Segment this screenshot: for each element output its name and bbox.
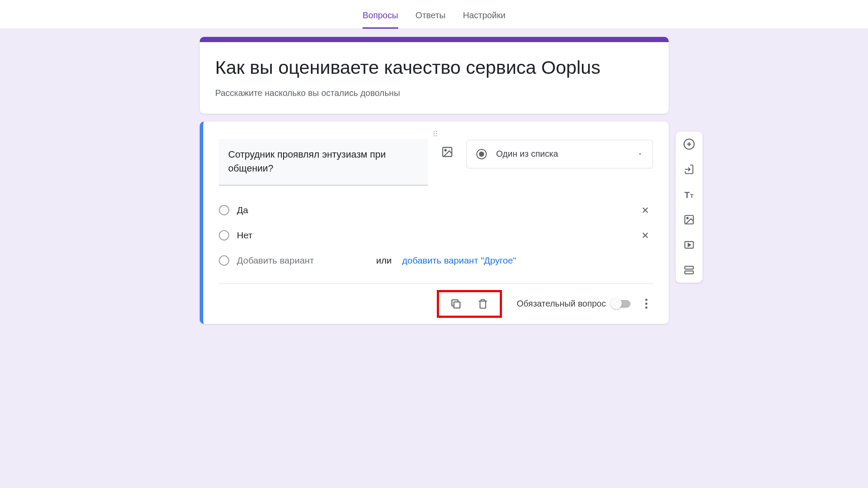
question-footer: Обязательный вопрос [219, 284, 653, 324]
option-label[interactable]: Да [237, 205, 630, 215]
form-title[interactable]: Как вы оцениваете качество сервиса Ooplu… [215, 56, 653, 79]
add-video-button[interactable] [683, 238, 696, 251]
trash-icon [477, 298, 488, 310]
required-label: Обязательный вопрос [517, 299, 606, 309]
svg-rect-10 [685, 271, 693, 274]
form-canvas: Как вы оцениваете качество сервиса Ooplu… [200, 37, 669, 341]
video-icon [683, 239, 695, 251]
image-icon [683, 214, 695, 225]
add-option-placeholder[interactable]: Добавить вариант [237, 255, 366, 266]
svg-point-7 [686, 218, 688, 219]
image-icon [441, 146, 453, 158]
tab-responses[interactable]: Ответы [416, 10, 446, 29]
drag-handle-icon[interactable]: ⠿ [219, 132, 653, 139]
radio-icon [219, 230, 229, 241]
radio-icon [476, 149, 487, 159]
or-separator: или [376, 255, 392, 266]
add-image-button[interactable] [439, 143, 456, 161]
add-image-tool-button[interactable] [683, 213, 696, 226]
option-label[interactable]: Нет [237, 230, 630, 241]
option-row: Да [219, 198, 653, 223]
highlight-annotation [437, 290, 502, 318]
question-text[interactable]: Сотрудник проявлял энтузиазм при общении… [228, 148, 419, 175]
chevron-down-icon [637, 151, 643, 157]
remove-option-button[interactable] [637, 228, 653, 243]
question-type-select[interactable]: Один из списка [466, 140, 653, 168]
question-text-field[interactable]: Сотрудник проявлял энтузиазм при общении… [219, 139, 428, 185]
radio-icon [219, 255, 229, 266]
add-other-link[interactable]: добавить вариант "Другое" [402, 255, 516, 266]
svg-rect-2 [454, 302, 460, 308]
svg-rect-9 [685, 266, 693, 269]
options-list: Да Нет Добавить вариант или добавить вар… [219, 198, 653, 273]
tabs-bar: Вопросы Ответы Настройки [0, 0, 868, 29]
question-card: ⠿ Сотрудник проявлял энтузиазм при общен… [200, 122, 669, 324]
close-icon [640, 231, 650, 240]
tab-questions[interactable]: Вопросы [363, 10, 398, 29]
duplicate-button[interactable] [449, 297, 463, 311]
radio-icon [219, 205, 229, 215]
question-type-label: Один из списка [496, 149, 627, 159]
delete-button[interactable] [475, 297, 490, 311]
remove-option-button[interactable] [637, 202, 653, 218]
add-title-button[interactable]: TT [683, 188, 696, 201]
svg-text:T: T [690, 193, 693, 199]
plus-circle-icon [683, 138, 695, 150]
tab-settings[interactable]: Настройки [463, 10, 505, 29]
import-icon [683, 164, 695, 175]
duplicate-icon [450, 298, 462, 310]
add-option-row: Добавить вариант или добавить вариант "Д… [219, 248, 653, 273]
form-description[interactable]: Расскажите насколько вы остались довольн… [215, 88, 653, 98]
import-questions-button[interactable] [683, 163, 696, 176]
required-toggle[interactable] [611, 300, 630, 308]
more-options-button[interactable] [640, 299, 653, 309]
svg-text:T: T [684, 190, 690, 200]
option-row: Нет [219, 223, 653, 248]
svg-point-1 [445, 149, 446, 151]
text-icon: TT [683, 189, 695, 200]
add-question-button[interactable] [683, 138, 696, 151]
section-icon [683, 264, 695, 276]
form-header-card: Как вы оцениваете качество сервиса Ooplu… [200, 37, 669, 114]
close-icon [640, 205, 650, 215]
side-toolbar: TT [676, 132, 703, 283]
add-section-button[interactable] [683, 264, 696, 277]
